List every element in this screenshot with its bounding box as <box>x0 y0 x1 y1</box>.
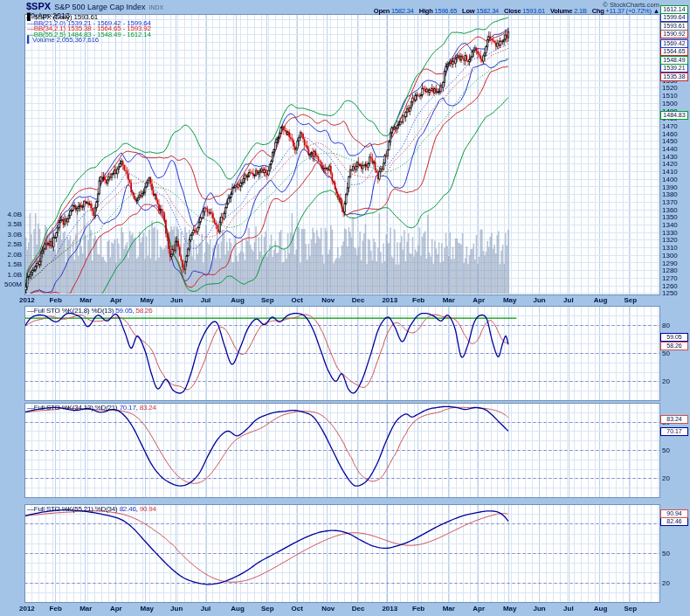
x-axis-month-label: Jul <box>563 605 574 613</box>
price-axis-value-box: 1612.14 <box>660 5 688 14</box>
price-axis-tick: 1340 <box>662 221 678 229</box>
ohlc-quote-row: Open 1582.34 High 1596.65 Low 1582.34 Cl… <box>370 7 659 15</box>
stoch-value-box: 83.24 <box>660 415 688 424</box>
x-axis-month-label: Aug <box>594 605 608 613</box>
x-axis-month-label: Sep <box>261 296 274 304</box>
high-value: 1596.65 <box>434 7 457 15</box>
stoch-value-box: 70.17 <box>660 427 688 436</box>
x-axis-month-label: May <box>141 605 155 613</box>
stoch3-k-value: 82.46 <box>120 505 136 513</box>
stockcharts-sharpchart: $SPX S&P 500 Large Cap Index INDX 29-Apr… <box>0 0 690 616</box>
volume-label: Volume <box>550 7 572 15</box>
open-value: 1582.34 <box>391 7 414 15</box>
stoch1-k-value: 59.05 <box>115 307 132 315</box>
close-value: 1593.61 <box>522 7 545 15</box>
price-axis-value-box: 1590.92 <box>660 30 688 38</box>
price-axis-tick: 1280 <box>662 266 678 274</box>
x-axis-month-label: Apr <box>473 296 485 304</box>
volume-axis-tick: 3.5B <box>0 220 22 228</box>
price-axis-tick: 1290 <box>662 260 678 267</box>
x-axis-month-label: Nov <box>321 296 335 304</box>
price-axis-tick: 1430 <box>662 153 678 161</box>
volume-axis-tick: 4.0B <box>0 211 22 218</box>
x-axis-month-label: Aug <box>594 296 608 304</box>
x-axis-month-label: Jul <box>201 296 211 304</box>
x-axis-month-label: Oct <box>292 296 303 304</box>
x-axis-month-label: May <box>503 605 517 613</box>
price-axis-tick: 1360 <box>662 206 678 214</box>
symbol-label: $SPX <box>26 1 51 11</box>
volume-axis-tick: 3.0B <box>0 231 22 239</box>
x-axis-month-label: Jun <box>534 296 546 304</box>
stoch-axis-tick: 50 <box>662 446 670 454</box>
price-axis-tick: 1500 <box>662 100 678 107</box>
price-axis-tick: 1270 <box>662 274 678 282</box>
price-axis-tick: 1330 <box>662 229 678 237</box>
stoch-panel-2-label: —Full STO %K(34,13) %D(21) 70.17, 83.24 <box>27 404 156 412</box>
stoch2-d-value: 83.24 <box>140 404 156 412</box>
x-axis-month-label: 2012 <box>19 296 35 304</box>
x-axis-month-label: May <box>503 296 517 304</box>
price-axis-tick: 1400 <box>662 176 678 183</box>
x-axis-month-label: Apr <box>473 605 485 613</box>
stoch-axis-tick: 80 <box>662 322 670 329</box>
stoch-value-box: 90.94 <box>660 509 688 518</box>
volume-axis-tick: 2.0B <box>0 251 22 259</box>
price-axis-tick: 1320 <box>662 236 678 244</box>
low-label: Low <box>462 7 474 15</box>
symbol-name-label: S&P 500 Large Cap Index <box>54 3 145 11</box>
x-axis-month-label: 2012 <box>19 605 35 613</box>
main-chart-legend: ▋ $SPX (Daily) 1593.61 —BB(21,2.0) 1539.… <box>27 15 151 44</box>
x-axis-month-label: Mar <box>443 296 455 304</box>
x-axis-month-label: Sep <box>261 605 274 613</box>
volume-axis-tick: 1.5B <box>0 260 22 268</box>
x-axis-month-label: May <box>141 296 155 304</box>
chart-header: $SPX S&P 500 Large Cap Index INDX <box>26 1 163 11</box>
x-axis-month-label: Jul <box>201 605 211 613</box>
stoch-axis-tick: 50 <box>662 550 670 557</box>
stoch-panel-1-label: —Full STO %K(21,8) %D(13) 59.05, 58.26 <box>27 307 152 315</box>
price-axis-tick: 1300 <box>662 252 678 260</box>
low-value: 1582.34 <box>476 7 499 15</box>
price-axis-value-box: 1535.38 <box>660 73 688 81</box>
x-axis-month-label: Feb <box>412 605 424 613</box>
exchange-label: INDX <box>149 4 164 10</box>
stoch1-d-value: 58.26 <box>135 307 152 315</box>
stoch-axis-tick: 20 <box>662 474 670 482</box>
price-axis-tick: 1420 <box>662 160 678 168</box>
price-axis-tick: 1370 <box>662 198 678 206</box>
chg-label: Chg <box>592 7 604 15</box>
stoch-panel-3-label: —Full STO %K(55,21) %D(34) 82.46, 90.94 <box>27 505 156 513</box>
price-axis-tick: 1350 <box>662 213 678 221</box>
x-axis-month-label: 2013 <box>382 605 397 613</box>
x-axis-month-label: Jun <box>534 605 546 613</box>
price-axis-value-box: 1564.65 <box>660 47 688 56</box>
price-axis-tick: 1410 <box>662 168 678 176</box>
x-axis-month-label: 2013 <box>382 296 397 304</box>
x-axis-month-label: Feb <box>50 605 62 613</box>
x-axis-month-label: Oct <box>292 605 303 613</box>
price-axis-value-box: 1548.49 <box>660 56 688 65</box>
x-axis-month-label: Mar <box>79 605 92 613</box>
open-label: Open <box>374 7 390 15</box>
price-axis-tick: 1380 <box>662 190 678 198</box>
price-axis-tick: 1450 <box>662 137 678 145</box>
chg-up-arrow-icon: ▲ <box>653 7 659 15</box>
stoch-value-box: 58.26 <box>660 342 688 350</box>
volume-axis-tick: 500M <box>0 280 22 288</box>
x-axis-month-label: Jun <box>170 605 183 613</box>
line-sample-icon: — <box>27 404 34 412</box>
stoch-value-box: 82.46 <box>660 517 688 526</box>
stoch-axis-tick: 20 <box>662 579 670 587</box>
price-axis-tick: 1440 <box>662 145 678 153</box>
price-axis-value-box: 1484.83 <box>660 111 688 120</box>
volume-value: 2.1B <box>574 7 587 15</box>
price-axis-tick: 1260 <box>662 282 678 290</box>
close-label: Close <box>504 7 521 15</box>
price-axis-tick: 1390 <box>662 183 678 191</box>
line-sample-icon: — <box>27 307 34 315</box>
stoch2-k-value: 70.17 <box>120 404 136 412</box>
x-axis-month-label: Aug <box>231 605 245 613</box>
price-axis-value-box: 1539.21 <box>660 64 688 73</box>
high-label: High <box>419 7 433 15</box>
